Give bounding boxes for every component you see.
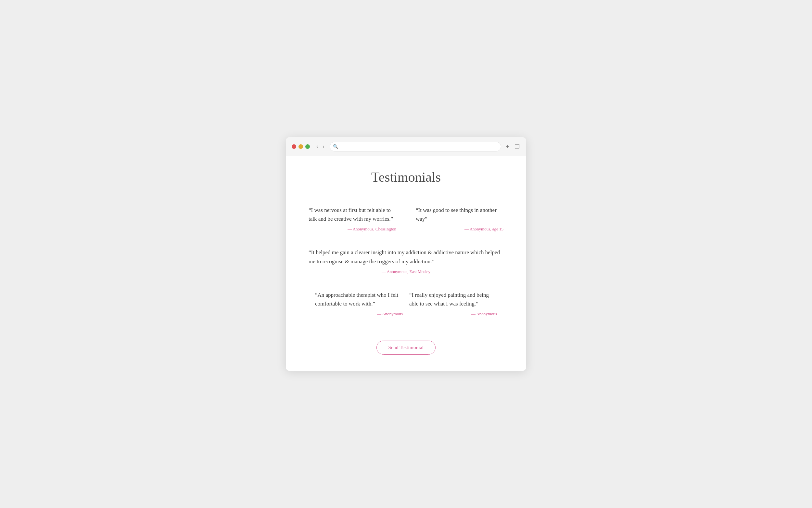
testimonials-grid: “I was nervous at first but felt able to… — [305, 199, 507, 326]
list-item: “An approachable therapist who I felt co… — [305, 284, 406, 326]
traffic-lights — [292, 144, 310, 149]
forward-button[interactable]: › — [321, 143, 326, 150]
copy-button[interactable]: ❐ — [514, 143, 520, 150]
add-tab-button[interactable]: + — [505, 143, 510, 150]
address-bar[interactable] — [330, 142, 501, 152]
testimonial-author: — Anonymous — [315, 311, 403, 316]
testimonial-text: “An approachable therapist who I felt co… — [315, 291, 403, 308]
list-item: “I was nervous at first but felt able to… — [305, 199, 406, 242]
address-bar-wrapper: 🔍 — [330, 142, 501, 152]
list-item: “It was good to see things in another wa… — [406, 199, 507, 242]
toolbar-actions: + ❐ — [505, 143, 520, 150]
list-item: “It helped me gain a clearer insight int… — [305, 242, 507, 284]
back-button[interactable]: ‹ — [315, 143, 319, 150]
testimonial-author: — Anonymous — [409, 311, 497, 316]
page-title: Testimonials — [305, 169, 507, 185]
testimonial-author: — Anonymous, age 15 — [416, 226, 504, 232]
testimonial-author: — Anonymous, East Mosley — [308, 269, 504, 274]
browser-window: ‹ › 🔍 + ❐ Testimonials “I was nervous at… — [286, 137, 526, 371]
send-testimonial-wrapper: Send Testimonial — [305, 341, 507, 354]
page-content: Testimonials “I was nervous at first but… — [286, 156, 526, 371]
list-item: “I really enjoyed painting and being abl… — [406, 284, 507, 326]
testimonial-text: “It helped me gain a clearer insight int… — [308, 248, 504, 265]
browser-toolbar: ‹ › 🔍 + ❐ — [286, 137, 526, 156]
testimonial-text: “I really enjoyed painting and being abl… — [409, 291, 497, 308]
traffic-light-maximize[interactable] — [305, 144, 310, 149]
nav-buttons: ‹ › — [315, 143, 326, 150]
testimonial-text: “It was good to see things in another wa… — [416, 206, 504, 223]
testimonial-text: “I was nervous at first but felt able to… — [308, 206, 396, 223]
testimonial-author: — Anonymous, Chessington — [308, 226, 396, 232]
traffic-light-minimize[interactable] — [298, 144, 303, 149]
send-testimonial-button[interactable]: Send Testimonial — [376, 341, 436, 354]
traffic-light-close[interactable] — [292, 144, 296, 149]
